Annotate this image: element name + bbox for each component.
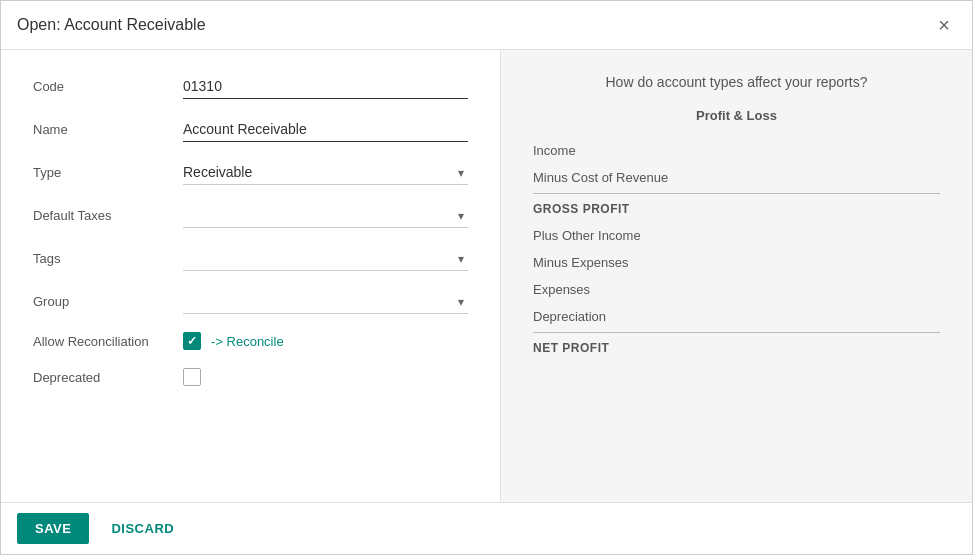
info-section: How do account types affect your reports…	[501, 50, 972, 502]
dialog-body: Code Name Type Receivable Payable	[1, 50, 972, 502]
info-subtitle: Profit & Loss	[533, 108, 940, 123]
form-section: Code Name Type Receivable Payable	[1, 50, 501, 502]
default-taxes-select[interactable]	[183, 203, 468, 228]
default-taxes-field-row: Default Taxes ▾	[33, 203, 468, 228]
reconcile-row: -> Reconcile	[183, 332, 468, 350]
info-item-net-profit: NET PROFIT	[533, 332, 940, 361]
info-item-expenses: Expenses	[533, 276, 940, 303]
name-input[interactable]	[183, 117, 468, 142]
dialog-container: Open: Account Receivable × Code Name	[0, 0, 973, 555]
code-label: Code	[33, 79, 183, 94]
code-field-row: Code	[33, 74, 468, 99]
dialog-title: Open: Account Receivable	[17, 16, 206, 34]
group-select-wrap: ▾	[183, 289, 468, 314]
tags-select-wrap: ▾	[183, 246, 468, 271]
name-value	[183, 117, 468, 142]
tags-label: Tags	[33, 251, 183, 266]
code-value	[183, 74, 468, 99]
code-input[interactable]	[183, 74, 468, 99]
info-item-plus-other: Plus Other Income	[533, 222, 940, 249]
allow-reconciliation-label: Allow Reconciliation	[33, 334, 183, 349]
group-label: Group	[33, 294, 183, 309]
type-select-wrap: Receivable Payable Liquidity Current Ass…	[183, 160, 468, 185]
deprecated-label: Deprecated	[33, 370, 183, 385]
info-list: Income Minus Cost of Revenue GROSS PROFI…	[533, 137, 940, 361]
deprecated-checkbox[interactable]	[183, 368, 201, 386]
tags-select[interactable]	[183, 246, 468, 271]
info-item-minus-expenses: Minus Expenses	[533, 249, 940, 276]
info-item-depreciation: Depreciation	[533, 303, 940, 330]
type-field-row: Type Receivable Payable Liquidity Curren…	[33, 160, 468, 185]
allow-reconciliation-row: Allow Reconciliation -> Reconcile	[33, 332, 468, 350]
save-button[interactable]: SAVE	[17, 513, 89, 544]
tags-field-row: Tags ▾	[33, 246, 468, 271]
reconcile-link[interactable]: -> Reconcile	[211, 334, 284, 349]
info-item-minus-cost: Minus Cost of Revenue	[533, 164, 940, 191]
allow-reconciliation-checkbox[interactable]	[183, 332, 201, 350]
dialog-footer: SAVE DISCARD	[1, 502, 972, 554]
dialog-header: Open: Account Receivable ×	[1, 1, 972, 50]
default-taxes-select-wrap: ▾	[183, 203, 468, 228]
info-item-gross-profit: GROSS PROFIT	[533, 193, 940, 222]
group-select[interactable]	[183, 289, 468, 314]
allow-reconciliation-value: -> Reconcile	[183, 332, 468, 350]
discard-button[interactable]: DISCARD	[101, 513, 184, 544]
type-select[interactable]: Receivable Payable Liquidity Current Ass…	[183, 160, 468, 185]
deprecated-value	[183, 368, 468, 386]
type-label: Type	[33, 165, 183, 180]
info-item-income: Income	[533, 137, 940, 164]
default-taxes-label: Default Taxes	[33, 208, 183, 223]
name-label: Name	[33, 122, 183, 137]
info-question: How do account types affect your reports…	[533, 74, 940, 90]
deprecated-field-row: Deprecated	[33, 368, 468, 386]
close-button[interactable]: ×	[932, 13, 956, 37]
group-field-row: Group ▾	[33, 289, 468, 314]
name-field-row: Name	[33, 117, 468, 142]
